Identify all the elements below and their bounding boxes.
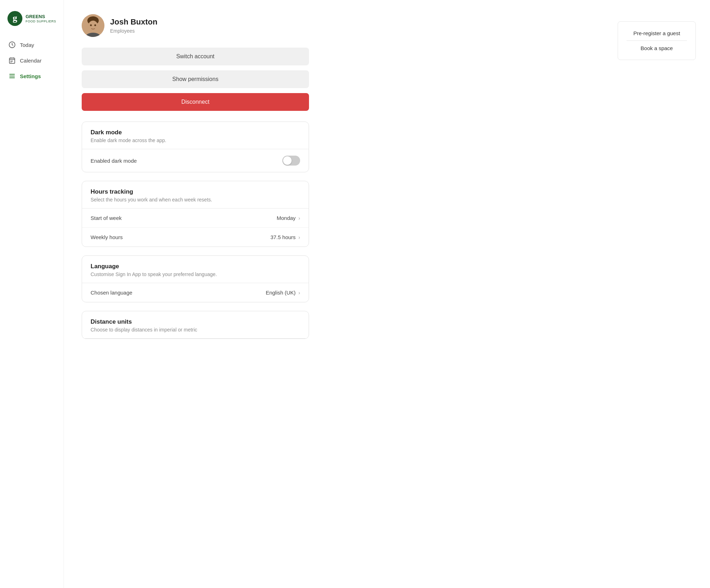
brand-sub: FOOD SUPPLIERS xyxy=(26,20,56,23)
dark-mode-title: Dark mode xyxy=(91,129,300,136)
svg-rect-3 xyxy=(10,58,15,63)
dark-mode-toggle-row[interactable]: Enabled dark mode xyxy=(82,149,309,172)
user-profile: Josh Buxton Employees xyxy=(82,14,366,37)
panel-divider xyxy=(627,41,687,41)
svg-rect-8 xyxy=(12,61,13,62)
hours-tracking-subtitle: Select the hours you work and when each … xyxy=(91,197,300,203)
pre-register-guest-button[interactable]: Pre-register a guest xyxy=(627,27,687,39)
sidebar-item-today[interactable]: Today xyxy=(0,37,64,53)
calendar-icon xyxy=(9,57,16,64)
nav-today-label: Today xyxy=(20,42,34,48)
svg-point-16 xyxy=(87,25,90,28)
weekly-hours-row[interactable]: Weekly hours 37.5 hours › xyxy=(82,228,309,247)
user-name: Josh Buxton xyxy=(110,17,157,27)
dark-mode-subtitle: Enable dark mode across the app. xyxy=(91,137,300,143)
nav-calendar-label: Calendar xyxy=(20,58,42,64)
dark-mode-header: Dark mode Enable dark mode across the ap… xyxy=(82,122,309,149)
svg-point-15 xyxy=(88,21,98,32)
language-subtitle: Customise Sign In App to speak your pref… xyxy=(91,271,300,277)
avatar-image xyxy=(82,14,104,37)
language-header: Language Customise Sign In App to speak … xyxy=(82,256,309,283)
disconnect-button[interactable]: Disconnect xyxy=(82,93,309,111)
dark-mode-label: Enabled dark mode xyxy=(91,158,137,164)
language-card: Language Customise Sign In App to speak … xyxy=(82,255,309,302)
dark-mode-card: Dark mode Enable dark mode across the ap… xyxy=(82,122,309,172)
clock-icon xyxy=(9,41,16,48)
svg-rect-9 xyxy=(11,62,11,63)
chevron-right-icon-3: › xyxy=(298,290,300,296)
start-of-week-row[interactable]: Start of week Monday › xyxy=(82,209,309,228)
hours-tracking-title: Hours tracking xyxy=(91,188,300,195)
brand-name: GREENS xyxy=(26,14,56,20)
start-of-week-val: Monday xyxy=(277,215,296,221)
svg-text:g: g xyxy=(13,13,17,23)
chevron-right-icon-2: › xyxy=(298,234,300,240)
weekly-hours-label: Weekly hours xyxy=(91,234,123,240)
logo-area: g GREENS FOOD SUPPLIERS xyxy=(0,7,64,37)
svg-point-17 xyxy=(97,25,99,28)
svg-point-18 xyxy=(90,25,92,26)
avatar xyxy=(82,14,104,37)
dark-mode-toggle[interactable] xyxy=(282,156,300,166)
sidebar-item-settings[interactable]: Settings xyxy=(0,68,64,84)
weekly-hours-val: 37.5 hours xyxy=(270,234,296,240)
top-right-panel: Pre-register a guest Book a space xyxy=(618,21,696,60)
weekly-hours-value: 37.5 hours › xyxy=(270,234,300,240)
sidebar: g GREENS FOOD SUPPLIERS Today xyxy=(0,0,64,588)
user-role: Employees xyxy=(110,28,157,34)
toggle-knob xyxy=(283,156,292,165)
switch-account-button[interactable]: Switch account xyxy=(82,48,309,65)
hours-tracking-header: Hours tracking Select the hours you work… xyxy=(82,181,309,209)
logo-icon: g xyxy=(7,11,23,26)
nav-settings-label: Settings xyxy=(20,73,41,79)
chevron-right-icon: › xyxy=(298,215,300,221)
book-space-button[interactable]: Book a space xyxy=(627,42,687,54)
settings-icon xyxy=(9,72,16,80)
show-permissions-button[interactable]: Show permissions xyxy=(82,70,309,88)
distance-units-header: Distance units Choose to display distanc… xyxy=(82,311,309,339)
sidebar-item-calendar[interactable]: Calendar xyxy=(0,53,64,68)
hours-tracking-card: Hours tracking Select the hours you work… xyxy=(82,181,309,247)
chosen-language-value: English (UK) › xyxy=(266,290,300,296)
svg-point-19 xyxy=(94,25,96,26)
distance-units-card: Distance units Choose to display distanc… xyxy=(82,311,309,339)
chosen-language-label: Chosen language xyxy=(91,290,132,296)
chosen-language-val: English (UK) xyxy=(266,290,296,296)
start-of-week-label: Start of week xyxy=(91,215,122,221)
chosen-language-row[interactable]: Chosen language English (UK) › xyxy=(82,283,309,302)
language-title: Language xyxy=(91,263,300,270)
main-content: Josh Buxton Employees Switch account Sho… xyxy=(64,0,384,588)
distance-units-title: Distance units xyxy=(91,318,300,325)
start-of-week-value: Monday › xyxy=(277,215,300,221)
distance-units-subtitle: Choose to display distances in imperial … xyxy=(91,327,300,333)
svg-rect-7 xyxy=(11,61,11,62)
